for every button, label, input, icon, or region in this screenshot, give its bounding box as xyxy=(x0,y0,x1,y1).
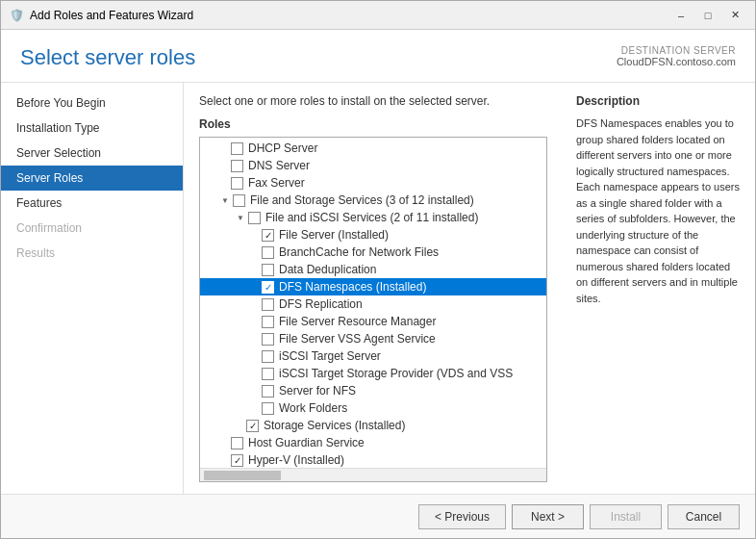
role-label-dfs-namespaces: DFS Namespaces (Installed) xyxy=(279,280,426,294)
content-description: Select one or more roles to install on t… xyxy=(199,94,547,108)
destination-server-info: DESTINATION SERVER CloudDFSN.contoso.com xyxy=(617,45,736,67)
roles-box: DHCP ServerDNS ServerFax Server▼File and… xyxy=(199,137,547,482)
expand-icon: ▼ xyxy=(235,214,246,222)
role-item-fsvss[interactable]: File Server VSS Agent Service xyxy=(200,330,546,347)
checkbox-dfs-replication[interactable] xyxy=(262,298,274,311)
checkbox-file-server[interactable] xyxy=(262,229,274,242)
role-label-fax: Fax Server xyxy=(248,176,305,190)
checkbox-iscsi-target[interactable] xyxy=(262,350,274,363)
titlebar-title: Add Roles and Features Wizard xyxy=(30,9,668,22)
page-title: Select server roles xyxy=(20,45,195,70)
checkbox-hyper-v[interactable] xyxy=(231,454,243,467)
titlebar-controls: – □ ✕ xyxy=(668,6,747,25)
role-label-data-dedup: Data Deduplication xyxy=(279,263,376,276)
header: Select server roles DESTINATION SERVER C… xyxy=(1,30,755,83)
role-label-hyper-v: Hyper-V (Installed) xyxy=(248,453,344,467)
sidebar-item-server-selection[interactable]: Server Selection xyxy=(1,141,183,166)
role-item-storage-services[interactable]: Storage Services (Installed) xyxy=(200,417,546,434)
sidebar-item-confirmation: Confirmation xyxy=(1,216,183,241)
role-label-iscsi-target: iSCSI Target Server xyxy=(279,349,381,363)
checkbox-fsrm[interactable] xyxy=(262,316,274,328)
role-item-fsrm[interactable]: File Server Resource Manager xyxy=(200,313,546,330)
description-panel-text: DFS Namespaces enables you to group shar… xyxy=(576,116,742,306)
destination-server-name: CloudDFSN.contoso.com xyxy=(617,56,736,67)
content-area: Select one or more roles to install on t… xyxy=(184,83,563,494)
checkbox-fsvss[interactable] xyxy=(262,333,274,346)
main-content: Before You BeginInstallation TypeServer … xyxy=(1,83,755,494)
sidebar-item-features[interactable]: Features xyxy=(1,191,183,216)
role-item-dfs-replication[interactable]: DFS Replication xyxy=(200,295,546,313)
expand-icon: ▼ xyxy=(219,196,231,205)
role-item-hyper-v[interactable]: Hyper-V (Installed) xyxy=(200,451,546,468)
checkbox-branchcache[interactable] xyxy=(262,246,274,259)
checkbox-host-guardian[interactable] xyxy=(231,437,243,449)
checkbox-iscsi-provider[interactable] xyxy=(262,368,274,380)
role-label-host-guardian: Host Guardian Service xyxy=(248,436,365,449)
role-item-data-dedup[interactable]: Data Deduplication xyxy=(200,261,546,278)
role-item-fax[interactable]: Fax Server xyxy=(200,174,546,192)
close-button[interactable]: ✕ xyxy=(722,6,747,25)
maximize-button[interactable]: □ xyxy=(695,6,720,25)
next-button[interactable]: Next > xyxy=(512,504,584,529)
role-item-nfs[interactable]: Server for NFS xyxy=(200,382,546,399)
checkbox-dfs-namespaces[interactable] xyxy=(262,281,274,294)
main-window: 🛡️ Add Roles and Features Wizard – □ ✕ S… xyxy=(0,0,756,539)
sidebar: Before You BeginInstallation TypeServer … xyxy=(1,83,184,494)
description-panel-title: Description xyxy=(576,94,742,108)
sidebar-item-server-roles[interactable]: Server Roles xyxy=(1,166,183,191)
role-label-branchcache: BranchCache for Network Files xyxy=(279,245,439,259)
checkbox-dhcp[interactable] xyxy=(231,142,243,155)
checkbox-file-storage[interactable] xyxy=(233,194,245,207)
checkbox-nfs[interactable] xyxy=(262,385,274,398)
role-item-dns[interactable]: DNS Server xyxy=(200,157,546,174)
checkbox-file-iscsi[interactable] xyxy=(248,212,261,224)
role-item-file-storage[interactable]: ▼File and Storage Services (3 of 12 inst… xyxy=(200,192,546,209)
role-item-iscsi-target[interactable]: iSCSI Target Server xyxy=(200,347,546,365)
role-label-fsvss: File Server VSS Agent Service xyxy=(279,332,436,346)
role-label-file-storage: File and Storage Services (3 of 12 insta… xyxy=(250,193,474,207)
role-item-file-iscsi[interactable]: ▼File and iSCSI Services (2 of 11 instal… xyxy=(200,209,546,226)
description-panel: Description DFS Namespaces enables you t… xyxy=(563,83,755,494)
checkbox-dns[interactable] xyxy=(231,160,243,172)
destination-label: DESTINATION SERVER xyxy=(617,45,736,56)
sidebar-item-installation-type[interactable]: Installation Type xyxy=(1,116,183,141)
role-item-host-guardian[interactable]: Host Guardian Service xyxy=(200,434,546,451)
roles-label: Roles xyxy=(199,117,547,131)
role-label-file-iscsi: File and iSCSI Services (2 of 11 install… xyxy=(265,211,478,224)
role-label-dfs-replication: DFS Replication xyxy=(279,297,363,311)
install-button[interactable]: Install xyxy=(590,504,662,529)
role-item-branchcache[interactable]: BranchCache for Network Files xyxy=(200,244,546,261)
role-item-dfs-namespaces[interactable]: DFS Namespaces (Installed) xyxy=(200,278,546,295)
cancel-button[interactable]: Cancel xyxy=(668,504,740,529)
minimize-button[interactable]: – xyxy=(668,6,693,25)
titlebar: 🛡️ Add Roles and Features Wizard – □ ✕ xyxy=(1,1,755,30)
sidebar-item-results: Results xyxy=(1,241,183,266)
role-label-iscsi-provider: iSCSI Target Storage Provider (VDS and V… xyxy=(279,367,513,380)
horizontal-scrollbar[interactable] xyxy=(200,468,546,481)
footer: < Previous Next > Install Cancel xyxy=(1,494,755,538)
sidebar-item-before-you-begin[interactable]: Before You Begin xyxy=(1,90,183,116)
role-label-nfs: Server for NFS xyxy=(279,384,356,398)
role-item-file-server[interactable]: File Server (Installed) xyxy=(200,226,546,244)
role-label-fsrm: File Server Resource Manager xyxy=(279,315,436,328)
role-label-dhcp: DHCP Server xyxy=(248,141,317,155)
checkbox-fax[interactable] xyxy=(231,177,243,190)
role-label-storage-services: Storage Services (Installed) xyxy=(264,419,405,432)
titlebar-icon: 🛡️ xyxy=(9,8,24,23)
previous-button[interactable]: < Previous xyxy=(418,504,506,529)
role-label-file-server: File Server (Installed) xyxy=(279,228,389,242)
roles-scroll[interactable]: DHCP ServerDNS ServerFax Server▼File and… xyxy=(200,138,546,468)
checkbox-storage-services[interactable] xyxy=(246,420,259,432)
role-label-dns: DNS Server xyxy=(248,159,310,172)
role-item-iscsi-provider[interactable]: iSCSI Target Storage Provider (VDS and V… xyxy=(200,365,546,382)
role-item-dhcp[interactable]: DHCP Server xyxy=(200,140,546,157)
checkbox-data-dedup[interactable] xyxy=(262,264,274,276)
h-scrollbar-thumb[interactable] xyxy=(204,471,281,480)
role-label-work-folders: Work Folders xyxy=(279,401,347,415)
checkbox-work-folders[interactable] xyxy=(262,402,274,415)
role-item-work-folders[interactable]: Work Folders xyxy=(200,399,546,417)
